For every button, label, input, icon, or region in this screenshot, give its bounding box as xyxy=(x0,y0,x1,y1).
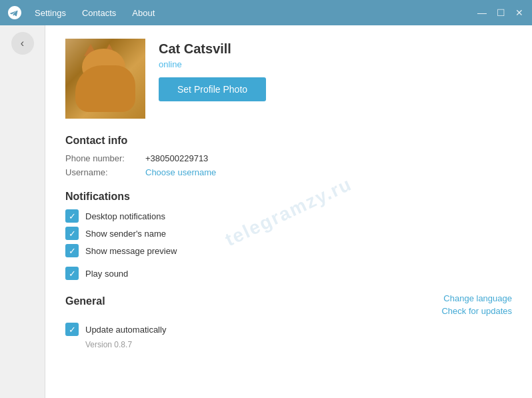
update-automatically-checkbox[interactable]: ✓ xyxy=(65,323,79,336)
main-layout: ‹ telegramzy.ru Cat Catsvill online Set … xyxy=(0,25,532,398)
choose-username-link[interactable]: Choose username xyxy=(145,167,216,177)
notifications-section: Notifications ✓ Desktop notifications ✓ … xyxy=(65,191,512,280)
update-automatically-label: Update automatically xyxy=(85,325,166,335)
profile-name: Cat Catsvill xyxy=(159,41,266,57)
general-section: General Change language Check for update… xyxy=(65,293,512,349)
profile-section: Cat Catsvill online Set Profile Photo xyxy=(65,39,512,119)
general-links: Change language Check for updates xyxy=(441,293,512,316)
window-controls: — ☐ ✕ xyxy=(475,7,527,19)
back-button[interactable]: ‹ xyxy=(11,32,34,55)
phone-label: Phone number: xyxy=(65,153,145,163)
show-preview-row: ✓ Show message preview xyxy=(65,244,512,257)
show-sender-checkbox[interactable]: ✓ xyxy=(65,227,79,240)
avatar xyxy=(65,39,145,119)
settings-content: telegramzy.ru Cat Catsvill online Set Pr… xyxy=(45,25,532,398)
cat-body-icon xyxy=(75,65,135,112)
general-header: General Change language Check for update… xyxy=(65,293,512,316)
profile-status: online xyxy=(159,59,266,69)
checkmark-icon: ✓ xyxy=(69,229,76,238)
notifications-title: Notifications xyxy=(65,191,512,203)
version-text: Version 0.8.7 xyxy=(85,340,512,349)
show-preview-checkbox[interactable]: ✓ xyxy=(65,244,79,257)
back-icon: ‹ xyxy=(21,37,24,49)
checkmark-icon: ✓ xyxy=(69,269,76,278)
maximize-button[interactable]: ☐ xyxy=(493,7,508,19)
contact-info-title: Contact info xyxy=(65,135,512,147)
play-sound-label: Play sound xyxy=(85,269,128,279)
show-sender-row: ✓ Show sender's name xyxy=(65,227,512,240)
menu-item-contacts[interactable]: Contacts xyxy=(75,5,123,21)
contact-info-section: Contact info Phone number: +380500229713… xyxy=(65,135,512,177)
titlebar: Settings Contacts About — ☐ ✕ xyxy=(0,0,532,25)
menu-item-about[interactable]: About xyxy=(125,5,161,21)
close-button[interactable]: ✕ xyxy=(512,7,527,19)
telegram-logo-icon xyxy=(7,5,23,21)
username-label: Username: xyxy=(65,167,145,177)
profile-info: Cat Catsvill online Set Profile Photo xyxy=(159,39,266,101)
menu-item-settings[interactable]: Settings xyxy=(28,5,73,21)
avatar-container xyxy=(65,39,145,119)
checkmark-icon: ✓ xyxy=(69,325,76,334)
show-sender-label: Show sender's name xyxy=(85,229,166,239)
phone-row: Phone number: +380500229713 xyxy=(65,153,512,163)
titlebar-menu: Settings Contacts About xyxy=(28,5,161,21)
notifications-gap xyxy=(65,261,512,267)
checkmark-icon: ✓ xyxy=(69,212,76,221)
desktop-notifications-label: Desktop notifications xyxy=(85,211,165,221)
sidebar: ‹ xyxy=(0,25,45,398)
change-language-link[interactable]: Change language xyxy=(443,293,512,303)
play-sound-checkbox[interactable]: ✓ xyxy=(65,267,79,280)
checkmark-icon: ✓ xyxy=(69,247,76,255)
play-sound-row: ✓ Play sound xyxy=(65,267,512,280)
set-profile-photo-button[interactable]: Set Profile Photo xyxy=(159,77,266,101)
show-preview-label: Show message preview xyxy=(85,246,177,256)
desktop-notifications-row: ✓ Desktop notifications xyxy=(65,209,512,223)
update-automatically-row: ✓ Update automatically xyxy=(65,323,512,336)
phone-value: +380500229713 xyxy=(145,153,208,163)
username-row: Username: Choose username xyxy=(65,167,512,177)
general-title: General xyxy=(65,295,105,307)
minimize-button[interactable]: — xyxy=(475,7,489,19)
desktop-notifications-checkbox[interactable]: ✓ xyxy=(65,209,79,223)
check-updates-link[interactable]: Check for updates xyxy=(441,306,512,316)
